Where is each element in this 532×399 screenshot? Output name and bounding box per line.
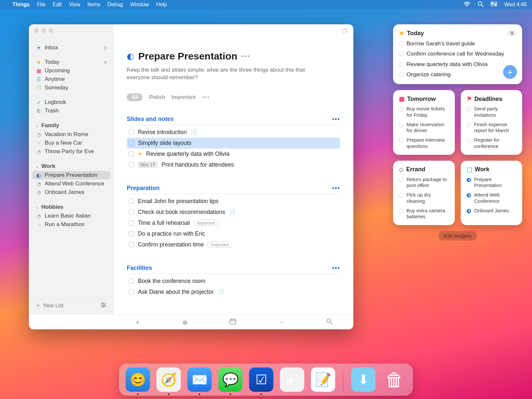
checkbox[interactable] [399,178,403,182]
search-icon[interactable] [326,318,333,326]
task-row[interactable]: Nov 17Print handouts for attendees [127,159,340,170]
sidebar-someday[interactable]: ☐ Someday [32,83,110,92]
edit-widgets-button[interactable]: Edit Widgets [438,231,477,241]
sidebar-inbox[interactable]: ▾ Inbox 3 [32,43,110,52]
checkbox[interactable] [399,107,403,111]
checkbox[interactable] [467,138,471,143]
dock-finder[interactable]: 😊 [126,367,150,392]
dock-messages[interactable]: 💬 [218,367,243,392]
dock-downloads[interactable]: ⬇ [351,367,376,392]
dock-trash[interactable]: 🗑 [382,367,407,392]
widget-deadlines[interactable]: ⚑Deadlines Send party invitations Finish… [461,90,522,155]
close-button[interactable] [34,28,39,33]
settings-icon[interactable] [100,302,107,309]
dock-notes[interactable]: 📝 [311,367,335,392]
task-row[interactable]: Ask Diane about the projector📄 [127,287,340,297]
new-list-button[interactable]: New List [43,303,63,309]
task-tag[interactable]: Important [194,220,218,226]
task-checkbox[interactable] [129,151,134,156]
checkbox[interactable] [399,123,403,127]
spotlight-icon[interactable] [477,1,483,8]
checkbox[interactable] [399,62,403,66]
checkbox[interactable] [399,72,403,77]
sidebar-area-family[interactable]: ⌄ Family [32,121,110,130]
move-icon[interactable]: → [278,318,285,326]
menu-items[interactable]: Items [87,2,100,8]
calendar-icon[interactable] [229,318,236,326]
task-checkbox[interactable] [129,209,134,215]
task-checkbox[interactable] [129,278,134,284]
section-heading[interactable]: Slides and notes••• [127,116,340,125]
sidebar-logbook[interactable]: ✓ Logbook [32,98,110,106]
menu-help[interactable]: Help [156,2,167,8]
menu-view[interactable]: View [69,2,80,8]
section-heading[interactable]: Preparation••• [127,185,340,194]
task-row[interactable]: Book the conference room [127,276,340,287]
dock-things[interactable]: ☑ [249,367,274,392]
sidebar-project-webconf[interactable]: ◔Attend Web Conference [32,179,110,188]
widget-errand[interactable]: ◇Errand Return package to post office Pi… [393,161,455,225]
zoom-button[interactable] [49,28,53,33]
section-menu-icon[interactable]: ••• [332,185,340,192]
add-heading-icon[interactable]: ⊕ [182,318,188,326]
window-traffic-lights[interactable] [34,28,53,33]
sidebar-area-hobbies[interactable]: ⌄ Hobbies [32,202,110,212]
task-row[interactable]: Revise introduction📄 [127,127,340,138]
widget-tomorrow[interactable]: ▦Tomorrow Buy movie tickets for Friday M… [393,90,455,155]
checkbox[interactable] [399,52,403,56]
minimize-button[interactable] [41,28,46,33]
app-name[interactable]: Things [12,2,30,8]
task-row[interactable]: ★Review quarterly data with Olivia [127,149,340,159]
widget-work[interactable]: ⬚Work Prepare Presentation Attend Web Co… [461,161,522,225]
project-menu-icon[interactable]: ••• [241,53,250,60]
sidebar-project-italian[interactable]: ◔Learn Basic Italian [32,212,110,220]
filter-all[interactable]: All [127,93,143,101]
section-menu-icon[interactable]: ••• [332,265,340,271]
widget-today[interactable]: ★Today9 Borrow Sarah's travel guide Conf… [393,24,522,84]
sidebar-project-vacation[interactable]: ◔Vacation in Rome [32,130,110,139]
dock-ink[interactable]: 🖋 [280,367,304,392]
task-row[interactable]: Check out book recommendations📄 [127,207,340,218]
sidebar-area-work[interactable]: ⌄ Work [32,162,110,171]
checkbox[interactable] [467,123,471,127]
sidebar-trash[interactable]: 🗑 Trash [32,106,110,115]
sidebar-project-marathon[interactable]: ○Run a Marathon [32,220,110,229]
task-checkbox[interactable] [129,231,134,236]
filter-important[interactable]: Important [171,94,196,100]
task-checkbox[interactable] [129,220,134,225]
task-checkbox[interactable] [129,140,134,146]
section-menu-icon[interactable]: ••• [332,116,340,123]
task-checkbox[interactable] [129,129,134,135]
dock-safari[interactable]: 🧭 [157,367,181,392]
task-tag[interactable]: Important [208,242,232,248]
sidebar-anytime[interactable]: ☰ Anytime [32,75,110,83]
add-button[interactable]: ＋ [503,65,517,79]
task-row[interactable]: Time a full rehearsalImportant [127,218,340,228]
project-description[interactable]: Keep the talk and slides simple: what ar… [127,66,311,82]
task-checkbox[interactable] [129,242,134,247]
sidebar-upcoming[interactable]: ▦ Upcoming [32,66,110,75]
checkbox[interactable] [399,209,403,213]
task-row[interactable]: Do a practice run with Eric [127,228,340,239]
checkbox[interactable] [399,193,403,198]
dock-mail[interactable]: ✉️ [188,367,212,392]
task-row[interactable]: Simplify slide layouts [127,138,340,149]
sidebar-project-onboard[interactable]: ◔Onboard James [32,188,110,197]
menubar-clock[interactable]: Wed 4:46 [504,2,527,8]
task-checkbox[interactable] [129,199,134,204]
task-checkbox[interactable] [129,289,134,294]
checkbox[interactable] [467,107,471,111]
control-center-icon[interactable] [491,2,497,8]
filter-polish[interactable]: Polish [149,94,165,100]
task-row[interactable]: Email John for presentation tips [127,196,340,207]
menu-window[interactable]: Window [130,2,149,8]
menu-file[interactable]: File [37,2,45,8]
wifi-icon[interactable] [464,2,470,8]
plus-icon[interactable]: ＋ [35,302,41,309]
section-heading[interactable]: Facilities••• [127,265,340,274]
sidebar-project-party[interactable]: ◔Throw Party for Eve [32,147,110,156]
checkbox[interactable] [399,41,403,46]
menu-edit[interactable]: Edit [53,2,62,8]
menu-debug[interactable]: Debug [107,2,123,8]
task-checkbox[interactable] [129,162,134,167]
